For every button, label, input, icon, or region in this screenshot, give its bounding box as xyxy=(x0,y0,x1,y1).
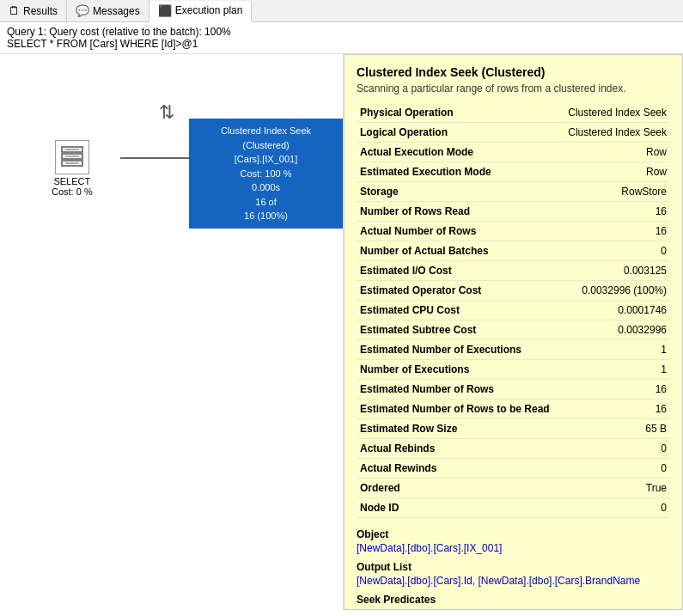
prop-label: Ordered xyxy=(357,479,553,498)
prop-label: Physical Operation xyxy=(357,103,553,123)
prop-label: Actual Rebinds xyxy=(357,439,553,459)
table-row: Estimated Subtree Cost0.0032996 xyxy=(357,320,670,340)
tabs-bar: 🗒 Results 💬 Messages ⬛ Execution plan xyxy=(0,0,683,22)
plan-icon: ⬛ xyxy=(158,4,172,17)
seek-line3: Cost: 100 % xyxy=(198,167,334,181)
table-row: Physical OperationClustered Index Seek xyxy=(357,103,670,123)
prop-value: 16 xyxy=(553,202,670,222)
prop-label: Actual Number of Rows xyxy=(357,222,553,241)
table-row: Actual Rewinds0 xyxy=(357,459,670,479)
table-row: Node ID0 xyxy=(357,498,670,518)
prop-value: 65 B xyxy=(553,419,670,439)
results-icon: 🗒 xyxy=(9,4,20,17)
table-row: Estimated I/O Cost0.003125 xyxy=(357,261,670,281)
select-node-icon xyxy=(55,140,89,174)
table-row: Estimated CPU Cost0.0001746 xyxy=(357,301,670,320)
prop-label: Actual Rewinds xyxy=(357,459,553,479)
prop-label: Number of Rows Read xyxy=(357,202,553,222)
table-row: Number of Rows Read16 xyxy=(357,202,670,222)
prop-label: Actual Execution Mode xyxy=(357,143,553,162)
tab-messages[interactable]: 💬 Messages xyxy=(67,0,149,21)
select-node[interactable]: SELECT Cost: 0 % xyxy=(52,140,93,197)
prop-value: 0 xyxy=(553,498,670,518)
table-row: OrderedTrue xyxy=(357,479,670,498)
prop-value: Clustered Index Seek xyxy=(553,123,670,143)
prop-label: Storage xyxy=(357,182,553,202)
prop-value: True xyxy=(553,479,670,498)
tab-results[interactable]: 🗒 Results xyxy=(0,0,67,21)
prop-label: Estimated Execution Mode xyxy=(357,162,553,182)
tab-plan-label: Execution plan xyxy=(175,4,243,16)
main-area: ⇅ SELECT Cost: 0 % Clustered Index Seek … xyxy=(0,54,683,610)
table-row: Estimated Number of Executions1 xyxy=(357,340,670,360)
prop-label: Estimated Number of Executions xyxy=(357,340,553,360)
prop-value: RowStore xyxy=(553,182,670,202)
properties-table: Physical OperationClustered Index SeekLo… xyxy=(357,103,670,518)
prop-value: 0 xyxy=(553,459,670,479)
prop-value: 0.003125 xyxy=(553,261,670,281)
prop-label: Estimated I/O Cost xyxy=(357,261,553,281)
tooltip-panel: Clustered Index Seek (Clustered) Scannin… xyxy=(344,54,683,610)
seek-line1: Clustered Index Seek (Clustered) xyxy=(198,124,334,152)
prop-value: 0 xyxy=(553,241,670,261)
prop-label: Number of Actual Batches xyxy=(357,241,553,261)
table-row: Actual Execution ModeRow xyxy=(357,143,670,162)
table-row: Estimated Number of Rows to be Read16 xyxy=(357,399,670,419)
table-row: Estimated Execution ModeRow xyxy=(357,162,670,182)
tooltip-title: Clustered Index Seek (Clustered) xyxy=(357,65,670,79)
tab-messages-label: Messages xyxy=(93,5,140,17)
query-cost-line: Query 1: Query cost (relative to the bat… xyxy=(7,26,676,38)
output-section-value: [NewData].[dbo].[Cars].Id, [NewData].[db… xyxy=(357,575,670,587)
arrow-connector xyxy=(120,157,198,159)
seek-pred-value: Seek Keys[1]: Start: [NewData].[dbo].[Ca… xyxy=(357,609,670,610)
table-row: Number of Executions1 xyxy=(357,360,670,380)
prop-label: Estimated Row Size xyxy=(357,419,553,439)
table-row: Logical OperationClustered Index Seek xyxy=(357,123,670,143)
prop-value: 0.0032996 xyxy=(553,320,670,340)
prop-value: Row xyxy=(553,143,670,162)
tab-execution-plan[interactable]: ⬛ Execution plan xyxy=(149,1,253,22)
table-row: Estimated Number of Rows16 xyxy=(357,380,670,399)
prop-value: 1 xyxy=(553,340,670,360)
execution-canvas: ⇅ SELECT Cost: 0 % Clustered Index Seek … xyxy=(0,54,344,610)
prop-value: 16 xyxy=(553,222,670,241)
query-sql-line: SELECT * FROM [Cars] WHERE [Id]>@1 xyxy=(7,38,676,50)
table-row: Estimated Operator Cost0.0032996 (100%) xyxy=(357,281,670,301)
prop-label: Number of Executions xyxy=(357,360,553,380)
seek-line4: 0.000s xyxy=(198,180,334,195)
prop-value: Row xyxy=(553,162,670,182)
prop-value: Clustered Index Seek xyxy=(553,103,670,123)
object-section-value: [NewData].[dbo].[Cars].[IX_001] xyxy=(357,542,670,554)
messages-icon: 💬 xyxy=(76,4,89,17)
seek-line6: 16 (100%) xyxy=(198,209,334,223)
prop-label: Estimated Operator Cost xyxy=(357,281,553,301)
flow-icon: ⇅ xyxy=(159,101,174,124)
prop-label: Logical Operation xyxy=(357,123,553,143)
table-row: Number of Actual Batches0 xyxy=(357,241,670,261)
select-node-label: SELECT xyxy=(52,176,93,186)
select-node-cost: Cost: 0 % xyxy=(52,186,93,197)
seek-node[interactable]: Clustered Index Seek (Clustered) [Cars].… xyxy=(189,119,343,229)
prop-label: Estimated Number of Rows to be Read xyxy=(357,399,553,419)
prop-label: Estimated Subtree Cost xyxy=(357,320,553,340)
table-row: Actual Rebinds0 xyxy=(357,439,670,459)
prop-label: Estimated Number of Rows xyxy=(357,380,553,399)
object-section-label: Object xyxy=(357,528,670,540)
tooltip-subtitle: Scanning a particular range of rows from… xyxy=(357,82,670,95)
table-row: Estimated Row Size65 B xyxy=(357,419,670,439)
seek-pred-label: Seek Predicates xyxy=(357,594,670,606)
prop-value: 0 xyxy=(553,439,670,459)
table-row: Actual Number of Rows16 xyxy=(357,222,670,241)
prop-value: 16 xyxy=(553,399,670,419)
prop-value: 0.0032996 (100%) xyxy=(553,281,670,301)
tab-results-label: Results xyxy=(23,5,58,17)
prop-value: 1 xyxy=(553,360,670,380)
seek-line5: 16 of xyxy=(198,195,334,210)
prop-value: 0.0001746 xyxy=(553,301,670,320)
prop-label: Estimated CPU Cost xyxy=(357,301,553,320)
output-section-label: Output List xyxy=(357,561,670,573)
seek-line2: [Cars].[IX_001] xyxy=(198,152,334,167)
prop-label: Node ID xyxy=(357,498,553,518)
table-row: StorageRowStore xyxy=(357,182,670,202)
query-info: Query 1: Query cost (relative to the bat… xyxy=(0,22,683,54)
